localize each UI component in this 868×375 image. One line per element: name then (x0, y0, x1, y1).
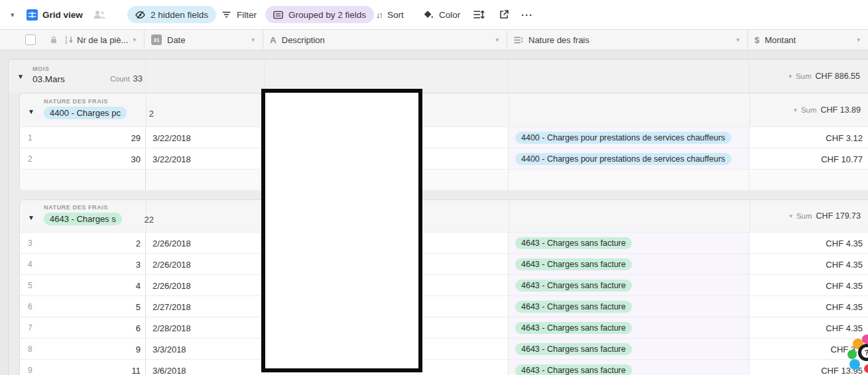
date-cell (146, 170, 265, 190)
nature-cell[interactable]: 4643 - Charges sans facture (509, 296, 749, 317)
column-label-description: Description (282, 35, 325, 45)
row-number-cell[interactable]: 65 (20, 296, 146, 317)
row-number-cell[interactable]: 89 (20, 339, 146, 360)
amount-cell[interactable]: CHF 4.35 (749, 254, 868, 275)
count-value: 2 (149, 109, 154, 119)
amount-cell[interactable]: CHF 3.12 (749, 127, 868, 148)
table-row[interactable]: 32 2/26/2018 4643 - Charges sans facture… (20, 232, 868, 254)
date-cell[interactable]: 2/27/2018 (146, 296, 265, 317)
column-label-nr: Nr de la piè... (77, 35, 128, 45)
date-cell[interactable]: 3/22/2018 (146, 148, 265, 170)
row-number-cell[interactable]: 32 (20, 233, 146, 254)
nature-pill: 4643 - Charges sans facture (515, 301, 632, 313)
column-header-date[interactable]: 31 Date (145, 30, 263, 50)
sort-button[interactable]: ↓↑ Sort (376, 0, 404, 29)
amount-cell[interactable]: CHF 4.35 (749, 275, 868, 296)
group-mois-header: MOIS 03.Mars Count 33 Sum CHF 886.55 (9, 60, 868, 93)
amount-cell[interactable]: CHF 4.35 (749, 233, 868, 254)
add-row-area[interactable] (20, 169, 868, 190)
row-number-cell[interactable]: 230 (20, 148, 146, 170)
more-options-button[interactable]: ··· (521, 0, 533, 29)
view-name[interactable]: Grid view (42, 0, 83, 29)
row-number-cell[interactable]: 76 (20, 317, 146, 339)
share-view-button[interactable] (499, 0, 509, 29)
column-header-nature[interactable]: Nature des frais (507, 30, 748, 50)
date-cell[interactable]: 2/28/2018 (146, 317, 265, 339)
nr-value: 5 (136, 302, 141, 312)
table-row[interactable]: 89 3/3/2018 4643 - Charges sans facture … (20, 338, 868, 360)
group-sum[interactable]: Sum CHF 886.55 (788, 72, 860, 81)
chevron-down-icon (788, 73, 792, 80)
table-row[interactable]: 65 2/27/2018 4643 - Charges sans facture… (20, 295, 868, 317)
group-count[interactable]: Count 33 (110, 74, 143, 83)
table-row[interactable]: 43 2/26/2018 4643 - Charges sans facture… (20, 253, 868, 275)
chevron-down-icon[interactable] (133, 36, 136, 43)
column-divider (264, 60, 265, 93)
nature-cell[interactable]: 4643 - Charges sans facture (509, 317, 749, 339)
amount-cell[interactable]: CHF 10.77 (749, 148, 868, 170)
row-number-cell[interactable]: 911 (20, 360, 146, 375)
nr-value: 3 (136, 260, 141, 270)
row-number-cell[interactable]: 43 (20, 254, 146, 275)
chevron-down-icon[interactable] (251, 36, 255, 43)
sum-value: CHF 179.73 (816, 211, 861, 221)
filter-button[interactable]: Filter (221, 0, 257, 29)
collaborators-icon[interactable] (93, 0, 106, 29)
column-header-montant[interactable]: $ Montant (748, 30, 868, 50)
column-divider (749, 93, 750, 127)
group-4643-header: NATURE DES FRAIS 4643 - Charges s 22 Sum… (20, 200, 868, 232)
color-button[interactable]: Color (423, 0, 460, 29)
group-count[interactable]: 22 (145, 215, 154, 225)
sum-value: CHF 886.55 (816, 72, 860, 81)
count-label: Count (110, 75, 129, 83)
date-cell[interactable]: 2/26/2018 (146, 233, 265, 254)
group-button[interactable]: Grouped by 2 fields (265, 6, 374, 23)
nature-cell[interactable]: 4643 - Charges sans facture (509, 254, 749, 275)
ellipsis-icon: ··· (521, 9, 533, 21)
row-height-button[interactable] (473, 0, 485, 29)
column-header-description[interactable]: A Description (263, 30, 507, 50)
table-row[interactable]: 54 2/26/2018 4643 - Charges sans facture… (20, 274, 868, 296)
nature-cell[interactable]: 4643 - Charges sans facture (509, 339, 749, 360)
nature-cell[interactable]: 4643 - Charges sans facture (509, 360, 749, 375)
date-cell[interactable]: 3/6/2018 (146, 360, 265, 375)
collapse-group-icon[interactable] (28, 214, 34, 221)
group-label: Grouped by 2 fields (288, 10, 366, 20)
amount-cell[interactable]: CHF 4.35 (749, 317, 868, 339)
date-cell[interactable]: 3/3/2018 (146, 339, 265, 360)
amount-cell[interactable]: CHF 4.35 (749, 296, 868, 317)
date-cell[interactable]: 2/26/2018 (146, 254, 265, 275)
currency-icon: $ (755, 35, 759, 45)
people-icon (93, 10, 106, 19)
nature-cell[interactable]: 4400 - Charges pour prestations de servi… (509, 127, 749, 148)
chevron-down-icon[interactable] (857, 36, 860, 43)
column-header-nr[interactable]: 12 Nr de la piè... (0, 30, 145, 50)
date-cell[interactable]: 3/22/2018 (146, 127, 265, 148)
table-row[interactable]: 230 3/22/2018 4400 - Charges pour presta… (20, 148, 868, 170)
collapse-group-icon[interactable] (28, 108, 34, 115)
chevron-down-icon[interactable] (736, 36, 739, 43)
table-row[interactable]: 911 3/6/2018 4643 - Charges sans facture… (20, 359, 868, 375)
grid-view-icon (27, 0, 38, 29)
collapse-group-icon[interactable] (17, 73, 24, 80)
group-sum[interactable]: Sum CHF 13.89 (794, 105, 861, 115)
table-row[interactable]: 129 3/22/2018 4400 - Charges pour presta… (20, 127, 868, 148)
hidden-fields-button[interactable]: 2 hidden fields (127, 6, 216, 23)
select-all-checkbox[interactable] (25, 34, 36, 45)
group-count[interactable]: 2 (149, 109, 154, 119)
sort-arrows-icon: ↓↑ (376, 10, 382, 20)
nature-cell[interactable]: 4400 - Charges pour prestations de servi… (509, 148, 749, 170)
nature-cell[interactable]: 4643 - Charges sans facture (509, 233, 749, 254)
row-index: 1 (28, 133, 32, 142)
row-number-cell[interactable]: 129 (20, 127, 146, 148)
chevron-down-icon[interactable] (495, 36, 499, 43)
date-cell[interactable]: 2/26/2018 (146, 275, 265, 296)
row-number-cell[interactable]: 54 (20, 275, 146, 296)
row-number-cell (20, 170, 146, 190)
table-row[interactable]: 76 2/28/2018 4643 - Charges sans facture… (20, 317, 868, 339)
share-icon (499, 9, 509, 20)
group-field-label: NATURE DES FRAIS (44, 204, 122, 211)
group-sum[interactable]: Sum CHF 179.73 (789, 211, 861, 221)
nature-cell[interactable]: 4643 - Charges sans facture (509, 275, 749, 296)
view-menu-caret-icon[interactable] (11, 0, 15, 29)
